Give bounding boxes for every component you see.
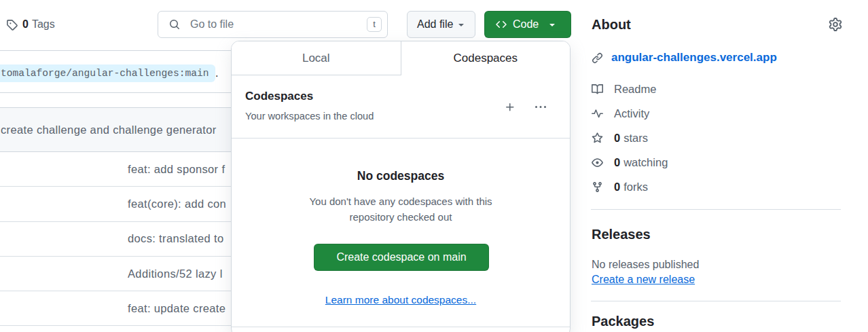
panel-footer-divider [232, 327, 570, 327]
tab-local[interactable]: Local [232, 41, 401, 75]
search-kbd-hint: t [367, 17, 382, 32]
about-list: Readme Activity 0 stars 0 watching 0 for… [592, 77, 668, 199]
sidebar-item-label: stars [623, 132, 648, 145]
tags-label: Tags [32, 18, 55, 31]
search-icon [169, 19, 180, 30]
create-codespace-button[interactable]: Create codespace on main [314, 244, 489, 271]
packages-heading: Packages [592, 314, 654, 328]
edit-repo-settings-button[interactable] [829, 18, 842, 31]
code-label: Code [513, 18, 539, 31]
repo-website-row: angular-challenges.vercel.app [592, 51, 777, 64]
code-dropdown-tabs: Local Codespaces [232, 41, 570, 75]
add-file-label: Add file [417, 18, 453, 31]
row-commit-message[interactable]: docs: translated to [128, 232, 223, 245]
codespaces-panel-subtitle: Your workspaces in the cloud [245, 110, 374, 122]
create-release-link[interactable]: Create a new release [592, 274, 695, 286]
latest-commit-message[interactable]: create challenge and challenge generator [1, 124, 217, 136]
upstream-branch-label[interactable]: tomalaforge/angular-challenges:main [0, 64, 215, 82]
learn-more-link[interactable]: Learn more about codespaces... [232, 294, 570, 306]
new-codespace-button[interactable] [505, 102, 516, 113]
stars-count: 0 [614, 132, 620, 145]
sidebar-item-readme[interactable]: Readme [592, 77, 668, 102]
tag-icon [6, 19, 18, 31]
sidebar-item-label: Readme [614, 83, 656, 96]
plus-icon [505, 102, 516, 113]
sidebar-item-stars[interactable]: 0 stars [592, 126, 668, 150]
forks-count: 0 [614, 181, 620, 193]
gear-icon [829, 18, 842, 31]
releases-heading: Releases [592, 227, 651, 241]
codespaces-panel-title: Codespaces [245, 90, 313, 103]
code-icon [496, 19, 507, 30]
sidebar-divider [591, 301, 841, 301]
banner-text-suffix: . [215, 64, 218, 82]
panel-divider [232, 138, 570, 139]
tags-count: 0 [22, 18, 29, 31]
sidebar-item-label: watching [623, 156, 668, 169]
eye-icon [592, 157, 603, 168]
repo-website-link[interactable]: angular-challenges.vercel.app [611, 51, 777, 64]
add-file-button[interactable]: Add file [407, 11, 475, 38]
blankslate-description: You don't have any codespaces with this [232, 196, 570, 207]
sidebar-item-forks[interactable]: 0 forks [592, 174, 668, 199]
about-heading: About [592, 18, 631, 31]
book-icon [592, 84, 603, 95]
go-to-file-search[interactable]: t [158, 11, 388, 38]
github-repo-page: 0 Tags t Add file Code tomalaforge/angul… [0, 0, 868, 332]
pulse-icon [592, 108, 603, 119]
tags-summary[interactable]: 0 Tags [6, 18, 55, 31]
releases-empty-text: No releases published [592, 259, 699, 271]
codespaces-options-button[interactable] [535, 102, 546, 113]
sidebar-item-label: forks [623, 181, 648, 193]
search-input[interactable] [190, 18, 367, 31]
sidebar-item-activity[interactable]: Activity [592, 101, 668, 126]
triangle-down-icon [547, 19, 558, 30]
code-dropdown-panel: Local Codespaces Codespaces Your workspa… [231, 41, 571, 332]
fork-icon [592, 181, 603, 193]
tab-codespaces[interactable]: Codespaces [401, 41, 571, 75]
sidebar-item-watching[interactable]: 0 watching [592, 150, 668, 174]
row-commit-message[interactable]: feat: add sponsor f [128, 163, 225, 176]
star-icon [592, 132, 603, 144]
sidebar-divider [591, 209, 841, 210]
link-icon [592, 52, 603, 64]
kebab-horizontal-icon [535, 102, 546, 113]
watching-count: 0 [614, 156, 620, 169]
code-button[interactable]: Code [484, 11, 571, 38]
row-commit-message[interactable]: feat(core): add con [128, 198, 226, 210]
chevron-down-icon [456, 19, 467, 30]
blankslate-description: repository checked out [232, 212, 570, 223]
blankslate-title: No codespaces [232, 169, 570, 183]
row-commit-message[interactable]: feat: update create [128, 302, 225, 315]
sidebar-item-label: Activity [614, 107, 649, 120]
row-commit-message[interactable]: Additions/52 lazy l [128, 268, 223, 280]
